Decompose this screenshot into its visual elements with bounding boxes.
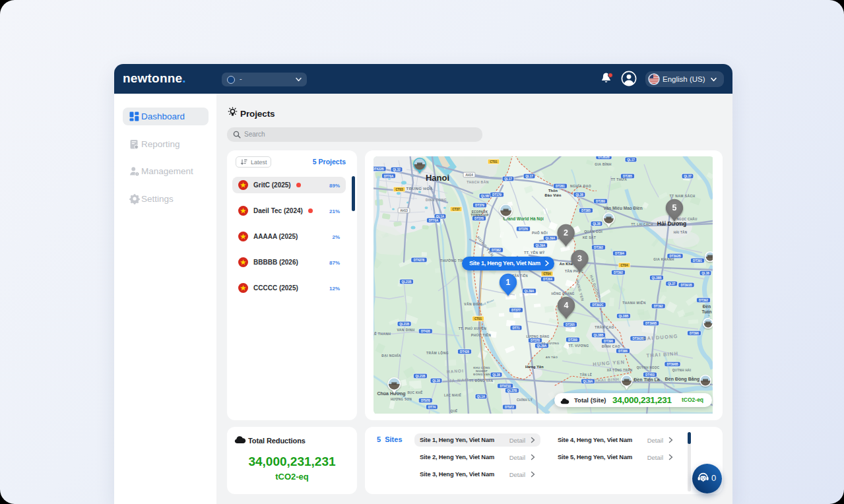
svg-text:TT. YÊN MỸ: TT. YÊN MỸ: [524, 250, 545, 255]
svg-text:QL17: QL17: [627, 158, 635, 162]
svg-text:DT385: DT385: [581, 209, 591, 212]
svg-text:CT04: CT04: [620, 264, 628, 267]
svg-text:QL21B: QL21B: [399, 323, 409, 326]
svg-text:TT. VƯƠNG: TT. VƯƠNG: [568, 344, 589, 348]
svg-text:QUỲNH HẢI: QUỲNH HẢI: [672, 368, 691, 372]
svg-text:DT396B: DT396B: [666, 363, 678, 366]
svg-text:DT392C: DT392C: [592, 303, 604, 307]
svg-text:XÃ TỐNG TRÂN: XÃ TỐNG TRÂN: [607, 368, 633, 372]
svg-text:DT391: DT391: [693, 259, 702, 263]
svg-text:AH14: AH14: [465, 173, 473, 177]
svg-text:THƯỜNG TÍN: THƯỜNG TÍN: [440, 258, 464, 263]
svg-text:DT281: DT281: [556, 185, 565, 188]
svg-text:GIA KHÁNH: GIA KHÁNH: [653, 257, 674, 261]
svg-text:TÂN LỄ: TÂN LỄ: [580, 373, 592, 377]
svg-text:Đền Đồng Bằng: Đền Đồng Bằng: [665, 376, 700, 382]
svg-text:DT392: DT392: [654, 305, 663, 308]
svg-text:Văn Miếu Mao Điền: Văn Miếu Mao Điền: [603, 205, 642, 210]
svg-text:DT972: DT972: [505, 406, 514, 409]
svg-text:DT280: DT280: [596, 200, 605, 203]
svg-text:TOWNSHIP: TOWNSHIP: [471, 214, 488, 217]
svg-text:5: 5: [672, 203, 677, 212]
svg-text:QL37B: QL37B: [507, 389, 517, 393]
svg-text:QL17: QL17: [525, 175, 533, 178]
svg-text:QL17: QL17: [504, 177, 512, 181]
svg-text:CT01: CT01: [490, 160, 498, 164]
svg-text:THANH MIỆN: THANH MIỆN: [622, 300, 645, 305]
svg-text:LẠC NHUẾ: LẠC NHUẾ: [444, 393, 461, 397]
svg-text:QL38: QL38: [701, 272, 709, 275]
svg-text:DT428: DT428: [421, 330, 430, 333]
svg-text:LÊ THANH: LÊ THANH: [373, 331, 391, 336]
svg-text:QL38B: QL38B: [652, 276, 662, 280]
svg-text:QL38: QL38: [575, 193, 583, 197]
svg-text:AN TẢO: AN TẢO: [546, 356, 558, 359]
svg-text:TT NAM SÁCH: TT NAM SÁCH: [670, 194, 696, 198]
svg-text:HANOI: HANOI: [447, 368, 464, 373]
svg-text:DT392: DT392: [614, 271, 623, 274]
svg-text:DT378: DT378: [531, 339, 540, 342]
svg-text:BỤC KHÊ: BỤC KHÊ: [407, 390, 422, 394]
svg-text:CT37: CT37: [452, 208, 460, 211]
svg-text:PHÚC TIẾN: PHÚC TIẾN: [471, 333, 492, 337]
svg-text:QL39A: QL39A: [525, 290, 535, 293]
svg-text:QL1A: QL1A: [477, 395, 486, 398]
svg-text:Chùa Hương: Chùa Hương: [377, 391, 405, 396]
svg-text:TRẦN CAO: TRẦN CAO: [595, 325, 614, 329]
svg-text:ĐẠI NGHĨA: ĐẠI NGHĨA: [381, 354, 401, 358]
svg-text:TRĂM LỘNG: TRĂM LỘNG: [426, 350, 449, 355]
svg-text:TT THỪA: TT THỪA: [611, 177, 628, 181]
svg-text:DT205: DT205: [566, 323, 575, 327]
svg-text:An Khê: An Khê: [560, 262, 573, 266]
svg-text:QL37: QL37: [684, 175, 692, 178]
svg-text:DT378: DT378: [474, 217, 484, 220]
svg-text:1: 1: [506, 278, 511, 287]
svg-text:DT392: DT392: [699, 299, 708, 302]
svg-text:DT428: DT428: [460, 350, 469, 354]
svg-text:TT. ĐỒNG VĂN: TT. ĐỒNG VĂN: [469, 379, 493, 383]
svg-text:DT391B: DT391B: [680, 284, 692, 287]
svg-text:QL38: QL38: [492, 373, 500, 377]
svg-text:ĐỒNG VĂN: ĐỒNG VĂN: [473, 373, 490, 376]
svg-text:4: 4: [564, 301, 569, 310]
svg-text:DT71: DT71: [512, 327, 520, 330]
svg-text:DT422B: DT422B: [373, 168, 384, 171]
svg-text:GIA BÌNH: GIA BÌNH: [595, 162, 612, 166]
svg-text:DT386: DT386: [618, 350, 628, 353]
svg-text:DT396B: DT396B: [645, 322, 657, 325]
svg-text:Đền: Đền: [703, 303, 711, 309]
svg-text:HẢI TÂN: HẢI TÂN: [674, 230, 688, 234]
svg-text:DT200: DT200: [568, 338, 577, 342]
svg-text:HỒNG QUANG: HỒNG QUANG: [551, 292, 574, 296]
svg-text:ĐÌNH CAO: ĐÌNH CAO: [602, 344, 620, 348]
svg-text:CT01: CT01: [474, 317, 482, 321]
svg-text:DT70A: DT70A: [429, 219, 439, 222]
svg-text:QL5B: QL5B: [481, 195, 490, 198]
svg-text:QL38B: QL38B: [594, 334, 604, 337]
svg-text:QL37: QL37: [668, 282, 676, 286]
svg-text:DT204: DT204: [543, 278, 552, 281]
svg-text:QUÁN GỎI: QUÁN GỎI: [584, 230, 602, 234]
svg-text:NGHĨA ĐẠO: NGHĨA ĐẠO: [570, 184, 591, 188]
svg-text:QL21B: QL21B: [416, 375, 426, 378]
svg-text:DT978: DT978: [421, 399, 430, 402]
svg-text:QL38B: QL38B: [618, 315, 628, 318]
svg-text:DT453: DT453: [645, 373, 655, 377]
svg-text:KẺ SẶT: KẺ SẶT: [583, 236, 596, 239]
svg-text:DT282B: DT282B: [598, 156, 610, 159]
svg-text:THẠCH BÀN: THẠCH BÀN: [467, 180, 488, 184]
svg-text:CT03: CT03: [395, 188, 403, 191]
svg-text:Đền Tiên La: Đền Tiên La: [633, 377, 660, 382]
svg-text:DT392: DT392: [594, 246, 603, 249]
svg-text:QL21B: QL21B: [402, 280, 412, 284]
svg-text:QL39A: QL39A: [583, 380, 593, 383]
svg-text:Đào Viên: Đào Viên: [544, 193, 561, 197]
svg-text:QL39A: QL39A: [536, 244, 546, 247]
svg-text:NGỌC CHÂU: NGỌC CHÂU: [676, 217, 697, 221]
svg-text:DT379: DT379: [475, 204, 484, 207]
svg-text:QL32: QL32: [393, 168, 401, 172]
svg-text:3: 3: [577, 254, 582, 263]
svg-text:TRUNG HOÀ: TRUNG HOÀ: [406, 187, 434, 191]
svg-text:CHÍNH LÝ: CHÍNH LÝ: [517, 397, 533, 402]
svg-text:DT9710: DT9710: [500, 385, 511, 388]
